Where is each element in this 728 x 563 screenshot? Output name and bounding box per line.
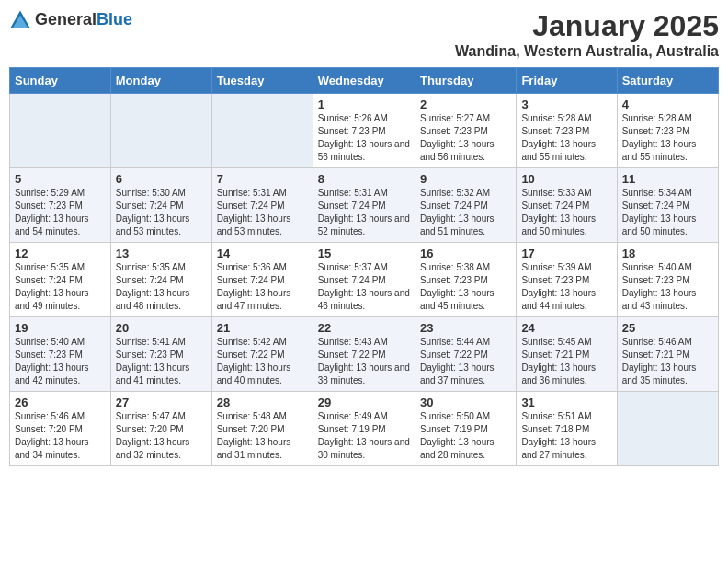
calendar-cell: 13Sunrise: 5:35 AM Sunset: 7:24 PM Dayli…: [110, 243, 211, 317]
calendar-cell: 20Sunrise: 5:41 AM Sunset: 7:23 PM Dayli…: [110, 317, 211, 392]
day-number: 25: [622, 321, 713, 335]
calendar-cell: 27Sunrise: 5:47 AM Sunset: 7:20 PM Dayli…: [110, 392, 211, 466]
calendar-cell: 9Sunrise: 5:32 AM Sunset: 7:24 PM Daylig…: [415, 168, 516, 243]
calendar-cell: 22Sunrise: 5:43 AM Sunset: 7:22 PM Dayli…: [313, 317, 415, 392]
calendar-cell: 17Sunrise: 5:39 AM Sunset: 7:23 PM Dayli…: [517, 243, 617, 317]
weekday-header-row: SundayMondayTuesdayWednesdayThursdayFrid…: [10, 68, 719, 94]
month-title: January 2025: [455, 9, 719, 43]
calendar-cell: 18Sunrise: 5:40 AM Sunset: 7:23 PM Dayli…: [617, 243, 718, 317]
calendar-cell: 10Sunrise: 5:33 AM Sunset: 7:24 PM Dayli…: [517, 168, 617, 243]
calendar-cell: 24Sunrise: 5:45 AM Sunset: 7:21 PM Dayli…: [517, 317, 617, 392]
weekday-header-monday: Monday: [110, 68, 211, 94]
day-info: Sunrise: 5:39 AM Sunset: 7:23 PM Dayligh…: [521, 261, 611, 313]
calendar-week-row: 5Sunrise: 5:29 AM Sunset: 7:23 PM Daylig…: [10, 168, 719, 243]
day-number: 3: [521, 98, 611, 111]
day-info: Sunrise: 5:34 AM Sunset: 7:24 PM Dayligh…: [622, 187, 713, 238]
day-number: 20: [116, 321, 207, 335]
page-header: GeneralBlue January 2025 Wandina, Wester…: [9, 9, 719, 60]
day-number: 2: [420, 98, 511, 111]
day-number: 30: [420, 396, 511, 409]
location-title: Wandina, Western Australia, Australia: [455, 43, 719, 60]
day-info: Sunrise: 5:31 AM Sunset: 7:24 PM Dayligh…: [318, 187, 410, 238]
calendar-cell: 16Sunrise: 5:38 AM Sunset: 7:23 PM Dayli…: [415, 243, 516, 317]
logo: GeneralBlue: [9, 9, 132, 31]
calendar-cell: 1Sunrise: 5:26 AM Sunset: 7:23 PM Daylig…: [313, 94, 415, 168]
day-number: 15: [318, 247, 410, 260]
calendar-cell: 8Sunrise: 5:31 AM Sunset: 7:24 PM Daylig…: [313, 168, 415, 243]
day-number: 26: [15, 396, 106, 409]
calendar-cell: [617, 392, 718, 466]
day-number: 22: [318, 321, 410, 335]
day-info: Sunrise: 5:40 AM Sunset: 7:23 PM Dayligh…: [622, 261, 713, 313]
calendar-cell: 15Sunrise: 5:37 AM Sunset: 7:24 PM Dayli…: [313, 243, 415, 317]
day-number: 27: [116, 396, 207, 409]
weekday-header-wednesday: Wednesday: [313, 68, 415, 94]
day-info: Sunrise: 5:44 AM Sunset: 7:22 PM Dayligh…: [420, 336, 511, 387]
day-number: 23: [420, 321, 511, 335]
day-number: 18: [622, 247, 713, 260]
day-info: Sunrise: 5:41 AM Sunset: 7:23 PM Dayligh…: [116, 336, 207, 387]
day-info: Sunrise: 5:46 AM Sunset: 7:21 PM Dayligh…: [622, 336, 713, 387]
day-info: Sunrise: 5:48 AM Sunset: 7:20 PM Dayligh…: [217, 410, 308, 462]
day-number: 1: [318, 98, 410, 111]
calendar-table: SundayMondayTuesdayWednesdayThursdayFrid…: [9, 67, 719, 466]
day-info: Sunrise: 5:30 AM Sunset: 7:24 PM Dayligh…: [116, 187, 207, 238]
day-info: Sunrise: 5:42 AM Sunset: 7:22 PM Dayligh…: [217, 336, 308, 387]
day-info: Sunrise: 5:47 AM Sunset: 7:20 PM Dayligh…: [116, 410, 207, 462]
day-number: 16: [420, 247, 511, 260]
day-info: Sunrise: 5:32 AM Sunset: 7:24 PM Dayligh…: [420, 187, 511, 238]
day-info: Sunrise: 5:35 AM Sunset: 7:24 PM Dayligh…: [15, 261, 106, 313]
day-number: 14: [217, 247, 308, 260]
calendar-cell: 25Sunrise: 5:46 AM Sunset: 7:21 PM Dayli…: [617, 317, 718, 392]
calendar-cell: 31Sunrise: 5:51 AM Sunset: 7:18 PM Dayli…: [517, 392, 617, 466]
day-number: 5: [15, 172, 106, 186]
calendar-week-row: 26Sunrise: 5:46 AM Sunset: 7:20 PM Dayli…: [10, 392, 719, 466]
day-info: Sunrise: 5:40 AM Sunset: 7:23 PM Dayligh…: [15, 336, 106, 387]
calendar-cell: 12Sunrise: 5:35 AM Sunset: 7:24 PM Dayli…: [10, 243, 111, 317]
day-info: Sunrise: 5:45 AM Sunset: 7:21 PM Dayligh…: [521, 336, 611, 387]
calendar-cell: [10, 94, 111, 168]
calendar-cell: 4Sunrise: 5:28 AM Sunset: 7:23 PM Daylig…: [617, 94, 718, 168]
day-info: Sunrise: 5:37 AM Sunset: 7:24 PM Dayligh…: [318, 261, 410, 313]
day-info: Sunrise: 5:38 AM Sunset: 7:23 PM Dayligh…: [420, 261, 511, 313]
day-number: 21: [217, 321, 308, 335]
day-info: Sunrise: 5:26 AM Sunset: 7:23 PM Dayligh…: [318, 112, 410, 164]
weekday-header-sunday: Sunday: [10, 68, 111, 94]
day-info: Sunrise: 5:31 AM Sunset: 7:24 PM Dayligh…: [217, 187, 308, 238]
day-number: 4: [622, 98, 713, 111]
day-info: Sunrise: 5:36 AM Sunset: 7:24 PM Dayligh…: [217, 261, 308, 313]
weekday-header-saturday: Saturday: [617, 68, 718, 94]
logo-general: General: [35, 10, 97, 29]
calendar-cell: 14Sunrise: 5:36 AM Sunset: 7:24 PM Dayli…: [211, 243, 313, 317]
calendar-cell: 30Sunrise: 5:50 AM Sunset: 7:19 PM Dayli…: [415, 392, 516, 466]
day-number: 12: [15, 247, 106, 260]
day-info: Sunrise: 5:43 AM Sunset: 7:22 PM Dayligh…: [318, 336, 410, 387]
day-number: 6: [116, 172, 207, 186]
day-number: 7: [217, 172, 308, 186]
day-number: 10: [521, 172, 611, 186]
calendar-cell: 2Sunrise: 5:27 AM Sunset: 7:23 PM Daylig…: [415, 94, 516, 168]
title-block: January 2025 Wandina, Western Australia,…: [455, 9, 719, 60]
calendar-cell: [110, 94, 211, 168]
calendar-cell: 28Sunrise: 5:48 AM Sunset: 7:20 PM Dayli…: [211, 392, 313, 466]
calendar-week-row: 19Sunrise: 5:40 AM Sunset: 7:23 PM Dayli…: [10, 317, 719, 392]
calendar-cell: 11Sunrise: 5:34 AM Sunset: 7:24 PM Dayli…: [617, 168, 718, 243]
day-number: 11: [622, 172, 713, 186]
calendar-cell: [211, 94, 313, 168]
day-info: Sunrise: 5:28 AM Sunset: 7:23 PM Dayligh…: [622, 112, 713, 164]
calendar-cell: 23Sunrise: 5:44 AM Sunset: 7:22 PM Dayli…: [415, 317, 516, 392]
weekday-header-friday: Friday: [517, 68, 617, 94]
day-number: 31: [521, 396, 611, 409]
calendar-cell: 6Sunrise: 5:30 AM Sunset: 7:24 PM Daylig…: [110, 168, 211, 243]
day-info: Sunrise: 5:49 AM Sunset: 7:19 PM Dayligh…: [318, 410, 410, 462]
calendar-cell: 26Sunrise: 5:46 AM Sunset: 7:20 PM Dayli…: [10, 392, 111, 466]
logo-blue: Blue: [97, 10, 132, 29]
day-number: 29: [318, 396, 410, 409]
logo-icon: [9, 9, 31, 31]
calendar-week-row: 12Sunrise: 5:35 AM Sunset: 7:24 PM Dayli…: [10, 243, 719, 317]
day-number: 9: [420, 172, 511, 186]
day-number: 8: [318, 172, 410, 186]
weekday-header-thursday: Thursday: [415, 68, 516, 94]
day-info: Sunrise: 5:28 AM Sunset: 7:23 PM Dayligh…: [521, 112, 611, 164]
calendar-cell: 21Sunrise: 5:42 AM Sunset: 7:22 PM Dayli…: [211, 317, 313, 392]
